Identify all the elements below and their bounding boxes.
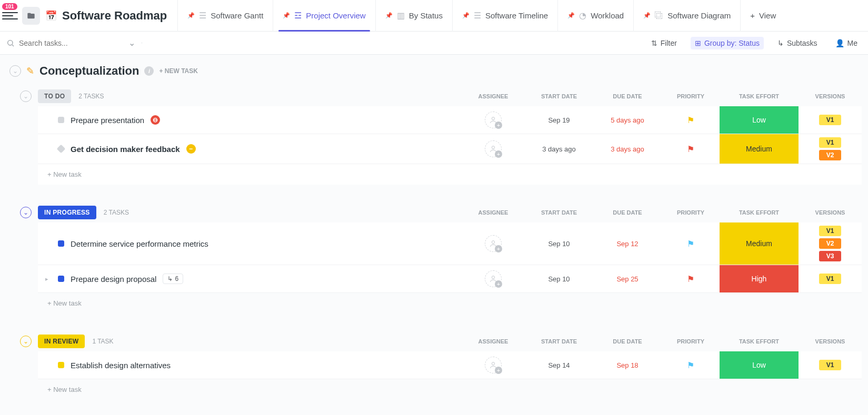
me-button[interactable]: 👤 Me (831, 37, 862, 49)
versions-cell[interactable]: V1 V2 V3 (799, 222, 862, 265)
start-date-cell[interactable]: Sep 10 (525, 222, 593, 265)
status-pill-todo[interactable]: TO DO (38, 89, 71, 103)
new-task-button[interactable]: + New task (38, 164, 862, 185)
subtask-count[interactable]: ↳6 (163, 274, 183, 284)
task-name[interactable]: Get decision maker feedback (71, 145, 180, 154)
status-square-icon[interactable] (58, 362, 64, 368)
assignee-cell[interactable] (462, 265, 525, 292)
assignee-cell[interactable] (462, 106, 525, 134)
svg-line-1 (12, 45, 14, 46)
status-square-icon[interactable] (58, 117, 64, 123)
collapse-group-button[interactable]: ⌄ (20, 90, 32, 102)
info-icon[interactable]: i (144, 66, 154, 76)
col-priority: PRIORITY (662, 93, 720, 99)
calendar-emoji-icon: 📅 (45, 10, 57, 22)
tab-project-overview[interactable]: 📌 ☲ Project Overview (273, 0, 375, 32)
task-main: ▸ Prepare design proposal ↳6 (38, 265, 462, 292)
priority-cell[interactable]: ⚑ (662, 106, 720, 134)
filter-button[interactable]: ⇅ Filter (647, 37, 681, 49)
start-date-cell[interactable]: Sep 19 (525, 106, 593, 134)
pencil-icon[interactable]: ✎ (26, 65, 34, 77)
versions-cell[interactable]: V1 V2 (799, 134, 862, 164)
version-tag: V3 (819, 251, 842, 261)
tab-software-gantt[interactable]: 📌 ☰ Software Gantt (177, 0, 273, 32)
due-date-cell[interactable]: Sep 12 (593, 222, 662, 265)
due-date-cell[interactable]: Sep 25 (593, 265, 662, 292)
versions-cell[interactable]: V1 (799, 351, 862, 379)
task-name[interactable]: Prepare presentation (71, 116, 144, 125)
status-pill-in-progress[interactable]: IN PROGRESS (38, 206, 96, 219)
group-todo: ⌄ TO DO 2 TASKS ASSIGNEE START DATE DUE … (9, 89, 862, 185)
col-priority: PRIORITY (662, 338, 720, 345)
col-start-date: START DATE (525, 93, 593, 99)
priority-cell[interactable]: ⚑ (662, 134, 720, 164)
add-assignee-icon[interactable] (485, 140, 502, 157)
status-square-icon[interactable] (58, 240, 64, 247)
group-by-button[interactable]: ⊞ Group by: Status (691, 37, 764, 49)
task-row[interactable]: Prepare presentation ⊖ Sep 19 5 days ago… (38, 106, 862, 134)
priority-cell[interactable]: ⚑ (662, 222, 720, 265)
task-row[interactable]: Get decision maker feedback − 3 days ago… (38, 134, 862, 164)
effort-pill: Medium (720, 222, 799, 265)
new-task-header-button[interactable]: + NEW TASK (159, 67, 197, 75)
collapse-section-button[interactable]: ⌄ (9, 65, 21, 77)
due-date-cell[interactable]: Sep 18 (593, 351, 662, 379)
assignee-cell[interactable] (462, 351, 525, 379)
version-tag: V2 (819, 150, 842, 160)
new-task-button[interactable]: + New task (38, 379, 862, 400)
tab-software-diagram[interactable]: 📌 ⿻ Software Diagram (633, 0, 740, 32)
folder-button[interactable] (22, 7, 40, 25)
task-name[interactable]: Determine service performance metrics (71, 239, 208, 248)
milestone-icon[interactable] (57, 145, 66, 154)
priority-cell[interactable]: ⚑ (662, 351, 720, 379)
versions-cell[interactable]: V1 (799, 265, 862, 292)
tab-workload[interactable]: 📌 ◔ Workload (557, 0, 633, 32)
assignee-cell[interactable] (462, 222, 525, 265)
task-name[interactable]: Establish design alternatives (71, 361, 171, 370)
versions-cell[interactable]: V1 (799, 106, 862, 134)
add-assignee-icon[interactable] (485, 112, 502, 128)
group-by-label: Group by: Status (704, 39, 760, 47)
effort-cell[interactable]: Low (720, 351, 799, 379)
effort-cell[interactable]: Low (720, 106, 799, 134)
status-square-icon[interactable] (58, 276, 64, 282)
status-pill-in-review[interactable]: IN REVIEW (38, 335, 85, 348)
due-date-cell[interactable]: 5 days ago (593, 106, 662, 134)
add-assignee-icon[interactable] (485, 270, 502, 287)
effort-cell[interactable]: Medium (720, 222, 799, 265)
assignee-cell[interactable] (462, 134, 525, 164)
task-row[interactable]: Determine service performance metrics Se… (38, 222, 862, 265)
top-bar: 101 📅 Software Roadmap 📌 ☰ Software Gant… (0, 0, 868, 32)
effort-cell[interactable]: High (720, 265, 799, 292)
search-input[interactable] (19, 39, 114, 47)
chevron-down-icon[interactable]: ⌄ (128, 38, 135, 48)
svg-point-3 (492, 146, 494, 149)
version-tag: V1 (819, 226, 842, 236)
expand-caret-icon[interactable]: ▸ (45, 276, 52, 282)
menu-icon[interactable] (2, 12, 18, 19)
effort-cell[interactable]: Medium (720, 134, 799, 164)
add-assignee-icon[interactable] (485, 357, 502, 373)
task-count: 1 TASK (92, 338, 113, 345)
task-row[interactable]: ▸ Prepare design proposal ↳6 Sep 10 Sep … (38, 265, 862, 293)
collapse-group-button[interactable]: ⌄ (20, 207, 32, 218)
start-date-cell[interactable]: 3 days ago (525, 134, 593, 164)
start-date-cell[interactable]: Sep 14 (525, 351, 593, 379)
start-date-cell[interactable]: Sep 10 (525, 265, 593, 292)
filter-label: Filter (661, 39, 677, 47)
task-row[interactable]: Establish design alternatives Sep 14 Sep… (38, 351, 862, 379)
pin-icon: 📌 (462, 12, 470, 19)
search-icon (6, 39, 15, 47)
new-task-button[interactable]: + New task (38, 293, 862, 313)
tab-by-status[interactable]: 📌 ▥ By Status (375, 0, 452, 32)
subtasks-button[interactable]: ↳ Subtasks (773, 37, 822, 49)
collapse-group-button[interactable]: ⌄ (20, 336, 32, 347)
priority-cell[interactable]: ⚑ (662, 265, 720, 292)
add-assignee-icon[interactable] (485, 235, 502, 252)
tab-software-timeline[interactable]: 📌 ☰ Software Timeline (452, 0, 557, 32)
add-view-tab[interactable]: + View (740, 0, 785, 32)
due-date-cell[interactable]: 3 days ago (593, 134, 662, 164)
notification-badge[interactable]: 101 (2, 3, 17, 10)
col-due-date: DUE DATE (593, 93, 662, 99)
task-name[interactable]: Prepare design proposal (71, 275, 156, 284)
